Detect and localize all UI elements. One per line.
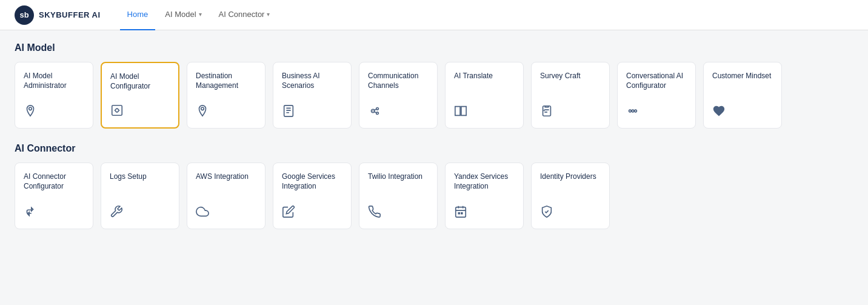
card-label: Identity Providers: [540, 172, 601, 181]
cloud-icon: [196, 205, 256, 221]
book-open-icon: [454, 104, 515, 121]
shield-check-icon: [540, 205, 601, 221]
chevron-down-icon: ▾: [267, 11, 270, 18]
card-label: Survey Craft: [540, 71, 601, 81]
wrench-icon: [110, 205, 170, 221]
clipboard-list-icon: [540, 104, 601, 121]
brand-name: SKYBUFFER AI: [39, 10, 101, 19]
card-label: Google Services Integration: [282, 172, 342, 191]
card-label: Destination Management: [196, 71, 256, 90]
ai-connector-cards-grid: AI Connector Configurator Logs Setup AWS…: [15, 163, 853, 229]
card-label: Business AI Scenarios: [282, 71, 342, 90]
pin-icon: [196, 104, 256, 121]
bubbles-icon: [626, 104, 687, 121]
card-google-services[interactable]: Google Services Integration: [273, 163, 352, 229]
svg-point-10: [635, 110, 637, 112]
svg-point-9: [632, 110, 634, 112]
card-label: AI Model Administrator: [24, 71, 84, 90]
card-ai-conn-config[interactable]: AI Connector Configurator: [15, 163, 93, 229]
nav-ai-model[interactable]: AI Model ▾: [158, 0, 209, 30]
card-label: Twilio Integration: [368, 172, 429, 181]
svg-point-8: [629, 110, 632, 112]
card-ai-model-config[interactable]: AI Model Configurator: [101, 62, 179, 129]
main-content: AI Model AI Model Administrator AI Model…: [0, 30, 868, 256]
section-ai-connector: AI Connector AI Connector Configurator L…: [15, 143, 853, 229]
card-label: AWS Integration: [196, 172, 256, 181]
svg-rect-11: [456, 207, 466, 218]
card-ai-model-admin[interactable]: AI Model Administrator: [15, 62, 93, 129]
top-bar: sb SKYBUFFER AI Home AI Model ▾ AI Conne…: [0, 0, 868, 30]
card-destination-mgmt[interactable]: Destination Management: [187, 62, 265, 129]
card-aws-integration[interactable]: AWS Integration: [187, 163, 265, 229]
card-ai-translate[interactable]: AI Translate: [445, 62, 524, 129]
logo-area: sb SKYBUFFER AI: [15, 5, 101, 25]
settings-box-icon: [110, 104, 170, 120]
pencil-icon: [282, 205, 342, 221]
calendar-table-icon: [454, 205, 515, 221]
phone-icon: [368, 205, 429, 221]
chevron-down-icon: ▾: [199, 11, 202, 18]
card-label: AI Model Configurator: [110, 72, 170, 91]
channels-icon: [368, 104, 429, 121]
card-identity-providers[interactable]: Identity Providers: [531, 163, 610, 229]
ai-model-cards-grid: AI Model Administrator AI Model Configur…: [15, 62, 853, 129]
file-list-icon: [282, 104, 342, 121]
plug-icon: [24, 205, 84, 221]
card-label: Yandex Services Integration: [454, 172, 515, 191]
card-yandex[interactable]: Yandex Services Integration: [445, 163, 524, 229]
section-title-ai-model: AI Model: [15, 42, 853, 53]
nav-home[interactable]: Home: [120, 0, 156, 30]
card-comm-channels[interactable]: Communication Channels: [359, 62, 438, 129]
card-label: AI Connector Configurator: [24, 172, 84, 191]
card-twilio[interactable]: Twilio Integration: [359, 163, 438, 229]
card-label: AI Translate: [454, 71, 515, 81]
card-business-ai[interactable]: Business AI Scenarios: [273, 62, 352, 129]
svg-point-1: [115, 109, 119, 112]
heart-icon: [712, 104, 773, 121]
svg-rect-2: [284, 106, 293, 116]
nav-ai-connector[interactable]: AI Connector ▾: [212, 0, 278, 30]
card-label: Conversational AI Configurator: [626, 71, 687, 90]
card-label: Logs Setup: [110, 172, 170, 181]
svg-rect-0: [112, 106, 122, 116]
card-conv-ai-config[interactable]: Conversational AI Configurator: [617, 62, 696, 129]
logo-icon: sb: [15, 5, 34, 25]
main-nav: Home AI Model ▾ AI Connector ▾: [120, 0, 278, 30]
card-customer-mindset[interactable]: Customer Mindset: [703, 62, 782, 129]
section-title-ai-connector: AI Connector: [15, 143, 853, 154]
card-logs-setup[interactable]: Logs Setup: [101, 163, 179, 229]
pin-icon: [24, 104, 84, 121]
card-label: Customer Mindset: [712, 71, 773, 81]
svg-point-6: [372, 110, 373, 112]
section-ai-model: AI Model AI Model Administrator AI Model…: [15, 42, 853, 129]
card-survey-craft[interactable]: Survey Craft: [531, 62, 610, 129]
card-label: Communication Channels: [368, 71, 429, 90]
